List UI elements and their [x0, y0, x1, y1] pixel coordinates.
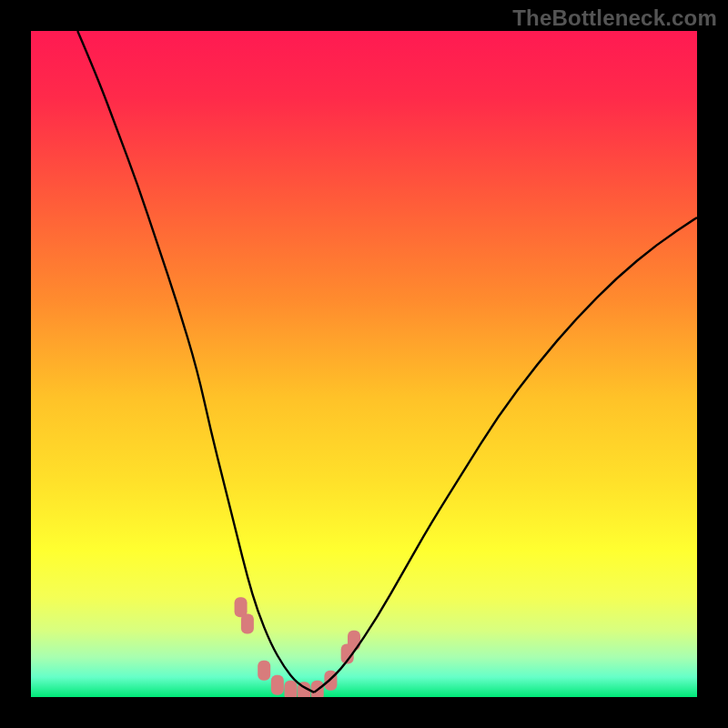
marker-point: [284, 681, 297, 697]
plot-area: [31, 31, 697, 697]
marker-point: [258, 661, 270, 681]
marker-point: [271, 675, 284, 695]
marker-point: [241, 613, 254, 633]
watermark-label: TheBottleneck.com: [512, 5, 717, 31]
curve-layer: [31, 31, 697, 697]
left-curve: [77, 31, 314, 693]
outer-frame: TheBottleneck.com: [0, 0, 728, 728]
marker-point: [348, 631, 360, 651]
right-curve: [314, 217, 697, 693]
